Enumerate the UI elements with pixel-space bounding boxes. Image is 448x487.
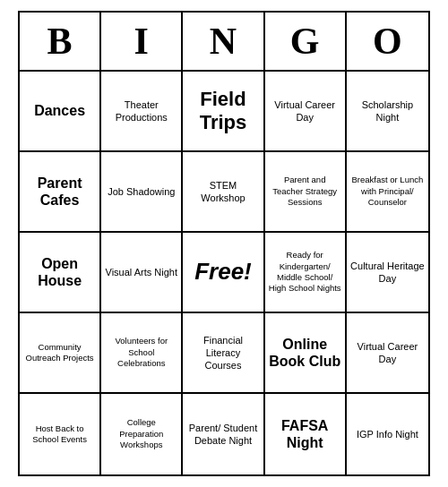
- bingo-cell: College Preparation Workshops: [101, 394, 183, 474]
- cell-text: Scholarship Night: [350, 98, 425, 124]
- cell-text: Parent/ Student Debate Night: [186, 422, 259, 448]
- cell-text: Open House: [23, 255, 96, 289]
- cell-text: College Preparation Workshops: [105, 417, 177, 450]
- cell-text: Parent and Teacher Strategy Sessions: [269, 175, 341, 208]
- bingo-header: BINGO: [20, 13, 428, 72]
- cell-text: Field Trips: [186, 88, 259, 135]
- header-letter: O: [347, 13, 428, 70]
- bingo-cell: Job Shadowing: [101, 152, 183, 233]
- cell-text: Online Book Club: [269, 336, 341, 370]
- bingo-cell: Community Outreach Projects: [20, 313, 101, 394]
- cell-text: Free!: [194, 257, 252, 287]
- cell-text: Virtual Career Day: [350, 340, 425, 366]
- bingo-cell: Theater Productions: [101, 72, 183, 152]
- bingo-cell: Parent and Teacher Strategy Sessions: [265, 152, 347, 233]
- bingo-cell: Cultural Heritage Day: [347, 233, 428, 313]
- bingo-cell: Host Back to School Events: [20, 394, 101, 474]
- bingo-cell: Ready for Kindergarten/ Middle School/ H…: [265, 233, 347, 313]
- cell-text: Ready for Kindergarten/ Middle School/ H…: [269, 250, 341, 294]
- cell-text: Visual Arts Night: [106, 266, 178, 278]
- cell-text: Job Shadowing: [108, 185, 175, 198]
- header-letter: B: [20, 13, 101, 70]
- cell-text: Cultural Heritage Day: [350, 260, 425, 286]
- bingo-cell: Volunteers for School Celebrations: [101, 313, 183, 394]
- bingo-cell: Financial Literacy Courses: [183, 313, 264, 394]
- cell-text: Community Outreach Projects: [23, 342, 96, 364]
- cell-text: Parent Cafes: [23, 175, 96, 209]
- bingo-cell: Virtual Career Day: [347, 313, 428, 394]
- bingo-card: BINGO DancesTheater ProductionsField Tri…: [18, 11, 430, 476]
- bingo-cell: Virtual Career Day: [265, 72, 347, 152]
- cell-text: Dances: [34, 102, 85, 119]
- cell-text: Financial Literacy Courses: [186, 334, 259, 372]
- cell-text: Host Back to School Events: [23, 423, 96, 446]
- bingo-cell: Parent Cafes: [20, 152, 101, 233]
- cell-text: FAFSA Night: [269, 417, 341, 451]
- bingo-cell: Open House: [20, 233, 101, 313]
- cell-text: Volunteers for School Celebrations: [105, 336, 177, 369]
- header-letter: G: [265, 13, 347, 70]
- bingo-cell: Visual Arts Night: [101, 233, 183, 313]
- header-letter: I: [101, 13, 183, 70]
- bingo-cell: IGP Info Night: [347, 394, 428, 474]
- bingo-cell: Dances: [20, 72, 101, 152]
- cell-text: Theater Productions: [105, 98, 177, 124]
- header-letter: N: [183, 13, 264, 70]
- bingo-cell: Field Trips: [183, 72, 264, 152]
- bingo-cell: Online Book Club: [265, 313, 347, 394]
- cell-text: IGP Info Night: [357, 428, 418, 440]
- bingo-cell: Free!: [183, 233, 264, 313]
- cell-text: Breakfast or Lunch with Principal/ Couns…: [350, 175, 425, 208]
- bingo-cell: Breakfast or Lunch with Principal/ Couns…: [347, 152, 428, 233]
- bingo-cell: Parent/ Student Debate Night: [183, 394, 264, 474]
- bingo-cell: STEM Workshop: [183, 152, 264, 233]
- cell-text: STEM Workshop: [186, 179, 259, 205]
- bingo-grid: DancesTheater ProductionsField TripsVirt…: [20, 72, 428, 474]
- bingo-cell: Scholarship Night: [347, 72, 428, 152]
- bingo-cell: FAFSA Night: [265, 394, 347, 474]
- cell-text: Virtual Career Day: [269, 98, 341, 124]
